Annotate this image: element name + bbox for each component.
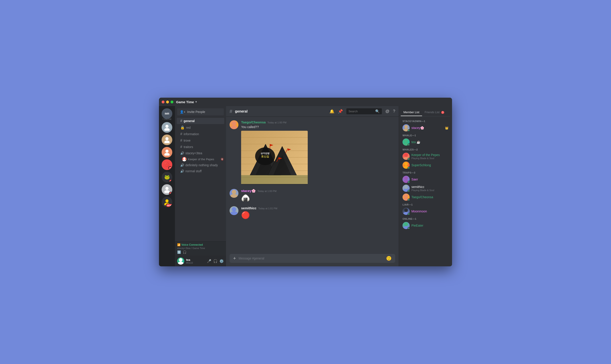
member-item-super[interactable]: SuperSchlong bbox=[401, 161, 450, 169]
member-name-semithicc: semithicc bbox=[411, 185, 424, 189]
server-title[interactable]: Game Time ▾ bbox=[176, 100, 225, 104]
member-item-taego[interactable]: Taego/Cheonsa bbox=[401, 193, 450, 202]
voice-headphones-icon[interactable]: 🎧 bbox=[183, 250, 186, 254]
server-icon-6[interactable]: 2 bbox=[162, 184, 172, 195]
emoji-picker-icon[interactable]: 🙂 bbox=[386, 256, 392, 261]
section-title-liar: LIAR—1 bbox=[403, 203, 448, 206]
section-title-whales: WHALES—2 bbox=[403, 148, 448, 151]
status-dot-super bbox=[408, 167, 410, 169]
member-avatar-keeper bbox=[403, 153, 410, 160]
channel-name-red: red bbox=[186, 126, 191, 130]
svg-text:토신김: 토신김 bbox=[261, 155, 269, 158]
server-icon-2[interactable] bbox=[162, 134, 172, 145]
server-icon-3[interactable] bbox=[162, 147, 172, 157]
message-text-input[interactable] bbox=[239, 254, 383, 263]
member-name-super: SuperSchlong bbox=[411, 163, 431, 167]
section-title-online: ONLINE—1 bbox=[403, 218, 448, 220]
user-bar: tea #0110 🎤 🎧 ⚙️ bbox=[175, 256, 226, 266]
settings-icon[interactable]: ⚙️ bbox=[219, 259, 224, 263]
headset-icon[interactable]: 🎧 bbox=[213, 259, 218, 263]
maximize-button[interactable] bbox=[170, 101, 173, 104]
channel-item-general[interactable]: # general bbox=[177, 118, 224, 124]
channel-item-red[interactable]: 🔒 red bbox=[177, 124, 224, 131]
pin-icon[interactable]: 📌 bbox=[338, 109, 343, 114]
member-avatar-tea bbox=[403, 139, 410, 146]
minimize-button[interactable] bbox=[166, 101, 169, 104]
voice-channel-name-stacey3tea: stacey<3tea bbox=[185, 151, 202, 155]
msg-avatar-taego bbox=[230, 120, 238, 129]
svg-point-43 bbox=[231, 211, 238, 215]
server-icon-imr[interactable]: IMR bbox=[162, 108, 172, 119]
bell-icon[interactable]: 🔔 bbox=[329, 109, 334, 114]
member-name-pieeater: PieEater bbox=[411, 224, 423, 227]
voice-channel-normalstuff[interactable]: 🔊 normal stuff bbox=[177, 168, 224, 174]
member-name-saer: Saer bbox=[411, 178, 418, 181]
member-avatar-taego bbox=[403, 194, 410, 201]
add-person-icon: 👤+ bbox=[180, 110, 185, 114]
channel-item-trove[interactable]: # trove bbox=[177, 137, 224, 143]
food-image: 삼각김밥 토신김 bbox=[241, 131, 308, 184]
server-icon-5[interactable]: 🐸 1 bbox=[162, 172, 172, 182]
status-dot-stacey bbox=[408, 130, 410, 132]
help-icon[interactable]: ? bbox=[393, 109, 395, 114]
search-icon: 🔍 bbox=[375, 109, 380, 113]
search-bar[interactable]: 🔍 bbox=[346, 108, 382, 114]
add-attachment-icon[interactable]: + bbox=[233, 256, 236, 261]
microphone-icon[interactable]: 🎤 bbox=[207, 259, 211, 263]
channel-item-information[interactable]: # information bbox=[177, 131, 224, 137]
channel-sidebar: 👤+ Invite People # general 🔒 red # infor… bbox=[175, 106, 226, 266]
invite-people-button[interactable]: 👤+ Invite People bbox=[177, 108, 224, 116]
svg-point-52 bbox=[404, 176, 408, 180]
tab-friends-list[interactable]: Friends List 3 bbox=[422, 109, 447, 116]
member-name-keeper: Keeper of the Pepes bbox=[411, 153, 440, 157]
svg-text:삼각김밥: 삼각김밥 bbox=[261, 152, 270, 155]
search-input[interactable] bbox=[349, 110, 374, 113]
message-input-area: + 🙂 bbox=[226, 254, 399, 266]
tab-member-list[interactable]: Member List bbox=[401, 109, 422, 116]
svg-point-13 bbox=[178, 262, 184, 265]
tab-friends-list-label: Friends List bbox=[425, 111, 440, 114]
section-title-whale: WHALE—1 bbox=[403, 134, 448, 137]
server-icon-7[interactable]: NEW↓ bbox=[162, 197, 172, 207]
member-item-keeper[interactable]: Keeper of the Pepes Playing Blade & Soul bbox=[401, 152, 450, 161]
server-badge-4: 4 bbox=[168, 166, 172, 170]
member-name-tea: tea ☕ bbox=[411, 140, 420, 144]
svg-point-48 bbox=[404, 153, 408, 157]
member-item-pieeater[interactable]: PieEater bbox=[401, 221, 450, 230]
member-avatar-semithicc bbox=[403, 185, 410, 192]
msg-timestamp-3: Today at 1:01 PM bbox=[258, 207, 277, 210]
member-name-area-stacey: stacey🌸 bbox=[411, 126, 443, 130]
voice-info-icon[interactable]: ℹ️ bbox=[177, 250, 181, 254]
member-item-stacey[interactable]: stacey🌸 👑 bbox=[401, 123, 450, 132]
msg-emoji-3: 🔴 bbox=[241, 211, 395, 219]
hash-icon-trove: # bbox=[180, 139, 182, 143]
member-item-tea[interactable]: tea ☕ bbox=[401, 138, 450, 146]
mention-icon[interactable]: @ bbox=[385, 109, 390, 114]
channel-item-traitors[interactable]: # traitors bbox=[177, 144, 224, 150]
invite-label: Invite People bbox=[187, 110, 205, 114]
member-list-tabs: Member List Friends List 3 bbox=[401, 109, 450, 116]
member-name-area-taego: Taego/Cheonsa bbox=[411, 195, 448, 199]
voice-member-keeper[interactable]: Keeper of the Pepes 🔇 bbox=[175, 156, 226, 162]
server-icon-4[interactable]: 🚫 4 bbox=[162, 159, 172, 170]
member-item-semithicc[interactable]: semithicc Playing Blade & Soul bbox=[401, 184, 450, 193]
member-item-saer[interactable]: Saer bbox=[401, 175, 450, 184]
voice-channel-nothingshady[interactable]: 🔊 definitely nothing shady bbox=[177, 162, 224, 168]
chat-header: # general 🔔 📌 🔍 @ ? bbox=[226, 106, 399, 117]
msg-header-2: stacey🌸 Today at 1:00 PM bbox=[241, 189, 395, 193]
svg-point-1 bbox=[164, 128, 170, 131]
channel-name-information: information bbox=[184, 132, 199, 136]
tab-member-list-label: Member List bbox=[403, 111, 419, 114]
voice-connected-bar: 📶 Voice Connected stacey<3tea / Game Tim… bbox=[175, 241, 226, 256]
voice-member-avatar-keeper bbox=[182, 157, 186, 161]
member-item-moon[interactable]: Moonmoon bbox=[401, 207, 450, 216]
close-button[interactable] bbox=[162, 101, 165, 104]
status-dot-keeper bbox=[408, 158, 410, 160]
voice-channel-name-nothingshady: definitely nothing shady bbox=[185, 163, 218, 167]
svg-point-2 bbox=[165, 137, 169, 140]
status-dot-saer bbox=[408, 181, 410, 183]
svg-point-14 bbox=[232, 121, 236, 126]
server-icon-1[interactable] bbox=[162, 122, 172, 133]
voice-channel-stacey3tea[interactable]: 🔊 stacey<3tea bbox=[177, 150, 224, 156]
svg-point-15 bbox=[231, 125, 238, 129]
